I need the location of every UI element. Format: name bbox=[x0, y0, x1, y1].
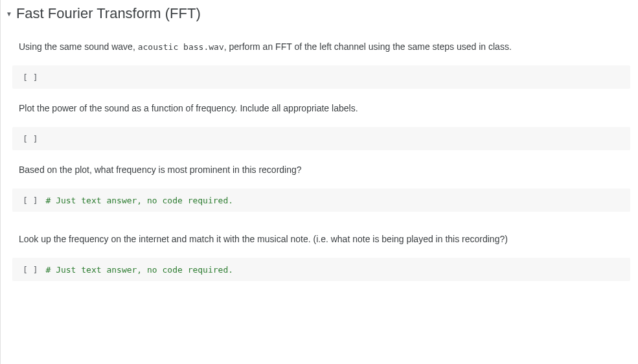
code-cell[interactable]: [ ] bbox=[12, 127, 630, 150]
code-comment: # Just text answer, no code required. bbox=[45, 265, 233, 275]
collapse-triangle-icon[interactable]: ▼ bbox=[6, 10, 12, 17]
inline-code: acoustic bass.wav bbox=[138, 42, 224, 52]
cell-prompt: [ ] bbox=[23, 265, 38, 275]
text-fragment: Using the same sound wave, bbox=[19, 41, 138, 52]
text-fragment: , perform an FFT of the left channel usi… bbox=[224, 41, 512, 52]
text-cell[interactable]: Look up the frequency on the internet an… bbox=[1, 226, 638, 258]
text-cell[interactable]: Using the same sound wave, acoustic bass… bbox=[1, 34, 638, 65]
cell-prompt: [ ] bbox=[23, 196, 38, 205]
notebook-section: ▼ Fast Fourier Transform (FFT) Using the… bbox=[0, 0, 638, 364]
cell-prompt: [ ] bbox=[23, 134, 38, 144]
code-cell[interactable]: [ ] # Just text answer, no code required… bbox=[12, 188, 630, 212]
text-fragment: Plot the power of the sound as a functio… bbox=[19, 103, 358, 113]
section-header: ▼ Fast Fourier Transform (FFT) bbox=[1, 0, 638, 34]
section-title: Fast Fourier Transform (FFT) bbox=[16, 5, 201, 22]
code-cell[interactable]: [ ] bbox=[12, 65, 630, 89]
text-fragment: Look up the frequency on the internet an… bbox=[19, 234, 508, 244]
text-cell[interactable]: Based on the plot, what frequency is mos… bbox=[1, 157, 638, 188]
code-comment: # Just text answer, no code required. bbox=[45, 196, 233, 205]
cell-prompt: [ ] bbox=[23, 73, 38, 82]
code-cell[interactable]: [ ] # Just text answer, no code required… bbox=[12, 258, 630, 281]
text-cell[interactable]: Plot the power of the sound as a functio… bbox=[1, 95, 638, 127]
text-fragment: Based on the plot, what frequency is mos… bbox=[19, 165, 302, 175]
spacer bbox=[1, 218, 638, 226]
